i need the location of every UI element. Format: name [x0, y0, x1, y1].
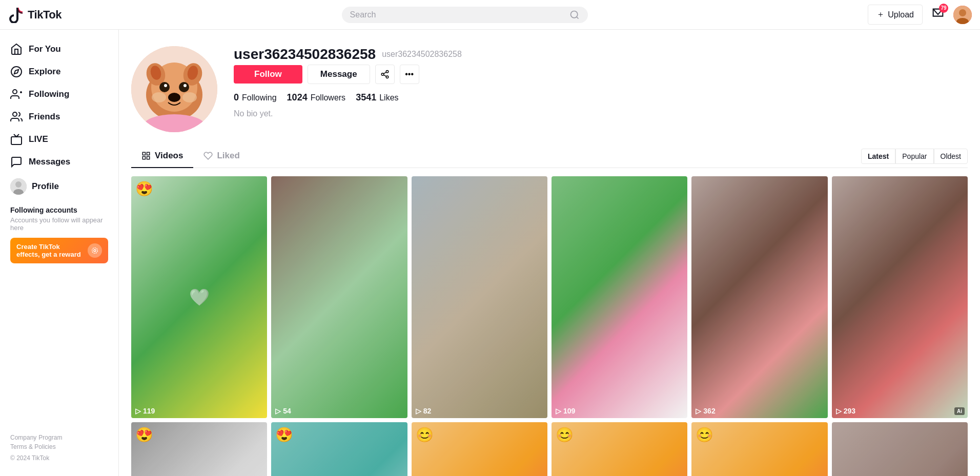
more-icon: ••• [405, 70, 414, 79]
profile-actions: Follow Message ••• [234, 65, 968, 84]
following-stat[interactable]: 0 Following [234, 92, 277, 103]
message-button[interactable]: Message [308, 65, 370, 84]
thumb-heart: 🤍 [189, 287, 210, 307]
video-thumb-3[interactable]: ▷ 82 [412, 176, 547, 418]
following-accounts-section: Following accounts Accounts you follow w… [0, 200, 118, 278]
svg-point-28 [168, 93, 180, 102]
sort-popular-button[interactable]: Popular [895, 149, 933, 164]
profile-header: user36234502836258 user36234502836258 Fo… [131, 30, 968, 144]
play-count-5: ▷ 362 [696, 407, 715, 415]
svg-point-30 [182, 92, 197, 102]
count-value: 119 [143, 407, 155, 415]
share-button[interactable] [375, 65, 395, 84]
sidebar-item-profile[interactable]: Profile [0, 173, 118, 200]
logo[interactable]: TikTok [8, 7, 62, 23]
explore-label: Explore [29, 67, 60, 77]
footer-link-company[interactable]: Company [10, 434, 36, 441]
svg-point-15 [94, 250, 96, 252]
svg-point-27 [183, 84, 187, 87]
sort-latest-button[interactable]: Latest [861, 149, 895, 164]
likes-stat: 3541 Likes [356, 92, 398, 103]
following-stat-label: Following [242, 93, 277, 102]
play-count-4: ▷ 109 [556, 407, 575, 415]
profile-username-row: user36234502836258 user36234502836258 [234, 46, 968, 63]
follow-button[interactable]: Follow [234, 65, 302, 84]
video-thumb-12[interactable]: www.heijingchuhai.c [832, 422, 968, 476]
sidebar: For You Explore Following [0, 30, 119, 476]
sidebar-item-following[interactable]: Following [0, 83, 118, 106]
upload-button[interactable]: ＋ Upload [868, 5, 923, 25]
tab-liked[interactable]: Liked [193, 144, 250, 168]
svg-rect-39 [147, 157, 150, 159]
more-button[interactable]: ••• [400, 65, 419, 84]
play-icon-small: ▷ [416, 407, 421, 415]
footer-link-program[interactable]: Program [38, 434, 62, 441]
svg-point-33 [381, 73, 384, 76]
search-input[interactable] [350, 10, 565, 19]
thumb-overlay [271, 176, 407, 418]
tab-liked-label: Liked [217, 151, 239, 161]
count-value: 362 [703, 407, 715, 415]
video-thumb-4[interactable]: ▷ 109 [552, 176, 687, 418]
thumb-emoji: 😊 [696, 426, 713, 443]
play-icon-small: ▷ [135, 407, 141, 415]
svg-line-36 [383, 72, 386, 74]
svg-point-25 [179, 82, 189, 92]
count-value: 109 [563, 407, 575, 415]
svg-point-0 [570, 11, 577, 17]
svg-line-35 [383, 75, 386, 76]
home-icon [10, 43, 23, 55]
followers-stat[interactable]: 1024 Followers [287, 92, 346, 103]
copyright: © 2024 TikTok [10, 454, 108, 462]
profile-avatar-large [131, 46, 217, 132]
video-thumb-7[interactable]: 😍 🤍 [131, 422, 267, 476]
video-thumb-1[interactable]: 😍 🤍 ▷ 119 [131, 176, 267, 418]
tabs-bar: Videos Liked Latest Popular Oldest [131, 144, 968, 168]
profile-avatar-image [131, 46, 217, 132]
sidebar-item-messages[interactable]: Messages [0, 151, 118, 173]
likes-stat-label: Likes [379, 93, 398, 102]
play-icon-small: ▷ [836, 407, 842, 415]
following-label: Following [29, 89, 69, 99]
svg-point-29 [152, 92, 166, 102]
search-icon [569, 10, 580, 20]
svg-rect-40 [142, 157, 145, 159]
live-label: LIVE [29, 134, 48, 144]
logo-text: TikTok [28, 8, 62, 22]
video-thumb-6[interactable]: ▷ 293 Ai [832, 176, 968, 418]
video-thumb-8[interactable]: 😍 🤍 [271, 422, 407, 476]
thumb-overlay [552, 176, 687, 418]
plus-icon: ＋ [876, 9, 885, 20]
compass-icon [10, 66, 23, 78]
svg-point-10 [13, 112, 17, 116]
sort-oldest-button[interactable]: Oldest [934, 149, 968, 164]
thumb-overlay [691, 176, 827, 418]
effects-icon [88, 243, 102, 258]
footer-links: Company Program Terms & Policies [10, 434, 108, 450]
sidebar-item-friends[interactable]: Friends [0, 106, 118, 128]
profile-label: Profile [32, 181, 59, 192]
create-effects-label: Create TikTok effects, get a reward [16, 243, 84, 258]
sidebar-item-explore[interactable]: Explore [0, 60, 118, 83]
video-thumb-9[interactable]: 😊 🤍 ▷ 100.5K [412, 422, 547, 476]
video-thumb-11[interactable]: 😊 🤍 ▷ 100.5K [691, 422, 827, 476]
video-thumb-10[interactable]: 😊 🤍 ▷ 100.5K [552, 422, 687, 476]
sidebar-item-live[interactable]: LIVE [0, 128, 118, 151]
profile-stats: 0 Following 1024 Followers 3541 Likes [234, 92, 968, 103]
video-thumb-2[interactable]: ▷ 54 [271, 176, 407, 418]
thumb-emoji: 😊 [416, 426, 434, 443]
play-count-6: ▷ 293 [836, 407, 855, 415]
friends-label: Friends [29, 112, 60, 122]
sidebar-profile-avatar [10, 178, 27, 195]
messages-icon [10, 156, 23, 168]
followers-stat-label: Followers [311, 93, 345, 102]
notification-button[interactable]: 79 [931, 7, 945, 23]
sidebar-item-for-you[interactable]: For You [0, 38, 118, 60]
footer-link-terms[interactable]: Terms & Policies [10, 443, 56, 450]
play-count-2: ▷ 54 [275, 407, 291, 415]
video-thumb-5[interactable]: ▷ 362 [691, 176, 827, 418]
tab-videos-label: Videos [155, 151, 183, 161]
tab-videos[interactable]: Videos [131, 144, 193, 168]
create-effects-button[interactable]: Create TikTok effects, get a reward [10, 238, 108, 263]
user-avatar[interactable] [953, 6, 972, 24]
